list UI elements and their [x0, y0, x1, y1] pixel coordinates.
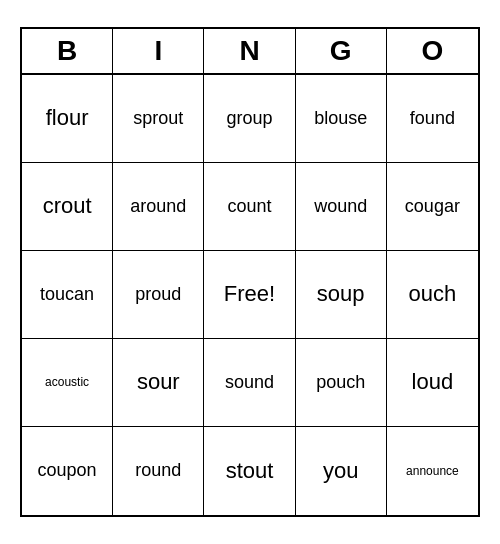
- cell-text-10: toucan: [40, 284, 94, 306]
- cell-text-21: round: [135, 460, 181, 482]
- cell-0: flour: [22, 75, 113, 163]
- cell-2: group: [204, 75, 295, 163]
- cell-text-22: stout: [226, 458, 274, 484]
- cell-17: sound: [204, 339, 295, 427]
- cell-16: sour: [113, 339, 204, 427]
- bingo-grid: floursproutgroupblousefoundcroutaroundco…: [22, 75, 478, 515]
- cell-7: count: [204, 163, 295, 251]
- cell-text-9: cougar: [405, 196, 460, 218]
- cell-10: toucan: [22, 251, 113, 339]
- cell-11: proud: [113, 251, 204, 339]
- cell-text-2: group: [226, 108, 272, 130]
- cell-12: Free!: [204, 251, 295, 339]
- header-letter-i: I: [113, 29, 204, 73]
- cell-text-5: crout: [43, 193, 92, 219]
- header-letter-o: O: [387, 29, 478, 73]
- cell-text-14: ouch: [409, 281, 457, 307]
- bingo-card: BINGO floursproutgroupblousefoundcroutar…: [20, 27, 480, 517]
- cell-9: cougar: [387, 163, 478, 251]
- cell-text-1: sprout: [133, 108, 183, 130]
- cell-19: loud: [387, 339, 478, 427]
- cell-21: round: [113, 427, 204, 515]
- cell-text-16: sour: [137, 369, 180, 395]
- cell-4: found: [387, 75, 478, 163]
- cell-text-6: around: [130, 196, 186, 218]
- header-letter-b: B: [22, 29, 113, 73]
- cell-20: coupon: [22, 427, 113, 515]
- cell-text-0: flour: [46, 105, 89, 131]
- cell-text-12: Free!: [224, 281, 275, 307]
- cell-13: soup: [296, 251, 387, 339]
- cell-1: sprout: [113, 75, 204, 163]
- cell-text-24: announce: [406, 464, 459, 478]
- cell-text-18: pouch: [316, 372, 365, 394]
- header-letter-n: N: [204, 29, 295, 73]
- bingo-header: BINGO: [22, 29, 478, 75]
- cell-3: blouse: [296, 75, 387, 163]
- header-letter-g: G: [296, 29, 387, 73]
- cell-15: acoustic: [22, 339, 113, 427]
- cell-text-11: proud: [135, 284, 181, 306]
- cell-text-19: loud: [412, 369, 454, 395]
- cell-22: stout: [204, 427, 295, 515]
- cell-text-7: count: [227, 196, 271, 218]
- cell-text-23: you: [323, 458, 358, 484]
- cell-5: crout: [22, 163, 113, 251]
- cell-text-13: soup: [317, 281, 365, 307]
- cell-text-20: coupon: [38, 460, 97, 482]
- cell-text-4: found: [410, 108, 455, 130]
- cell-text-15: acoustic: [45, 375, 89, 389]
- cell-6: around: [113, 163, 204, 251]
- cell-text-8: wound: [314, 196, 367, 218]
- cell-18: pouch: [296, 339, 387, 427]
- cell-8: wound: [296, 163, 387, 251]
- cell-23: you: [296, 427, 387, 515]
- cell-text-17: sound: [225, 372, 274, 394]
- cell-14: ouch: [387, 251, 478, 339]
- cell-24: announce: [387, 427, 478, 515]
- cell-text-3: blouse: [314, 108, 367, 130]
